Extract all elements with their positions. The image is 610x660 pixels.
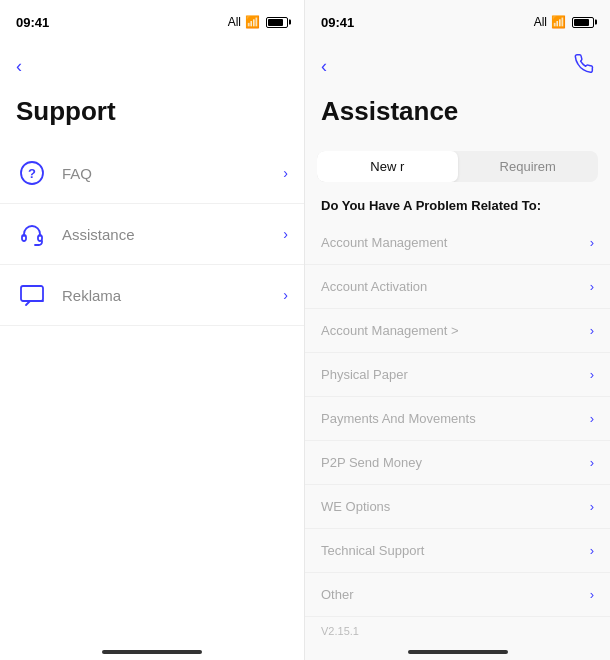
chevron-we-options: › [590,499,594,514]
wifi-icon: 📶 [245,15,260,29]
chevron-physical-paper: › [590,367,594,382]
list-item-payments-movements[interactable]: Payments And Movements › [305,397,610,441]
left-status-icons: All 📶 [228,15,288,29]
menu-label-reklama: Reklama [62,287,283,304]
left-page-title: Support [0,88,304,143]
right-nav-bar: ‹ [305,44,610,88]
list-label-account-management-2: Account Management > [321,323,590,338]
chevron-other: › [590,587,594,602]
right-status-icons: All 📶 [534,15,594,29]
tab-new[interactable]: New r [317,151,458,182]
list-item-account-management-2[interactable]: Account Management > › [305,309,610,353]
list-label-payments-movements: Payments And Movements [321,411,590,426]
right-status-bar: 09:41 All 📶 [305,0,610,44]
menu-label-faq: FAQ [62,165,283,182]
list-item-physical-paper[interactable]: Physical Paper › [305,353,610,397]
reklama-chevron: › [283,287,288,303]
battery-icon [266,17,288,28]
right-panel: 09:41 All 📶 ‹ Assistance New r Requirem … [305,0,610,660]
left-panel: 09:41 All 📶 ‹ Support ? FAQ › [0,0,305,660]
list-label-technical-support: Technical Support [321,543,590,558]
list-item-account-management[interactable]: Account Management › [305,221,610,265]
carrier-text: All [228,15,241,29]
svg-rect-2 [22,235,26,241]
left-status-bar: 09:41 All 📶 [0,0,304,44]
list-item-other[interactable]: Other › [305,573,610,617]
assistance-list: Account Management › Account Activation … [305,221,610,660]
left-nav-bar: ‹ [0,44,304,88]
menu-item-reklama[interactable]: Reklama › [0,265,304,326]
left-menu-list: ? FAQ › Assistance › [0,143,304,326]
right-back-button[interactable]: ‹ [321,56,327,77]
menu-item-assistance[interactable]: Assistance › [0,204,304,265]
list-label-we-options: WE Options [321,499,590,514]
menu-item-faq[interactable]: ? FAQ › [0,143,304,204]
svg-rect-4 [21,286,43,301]
faq-chevron: › [283,165,288,181]
right-wifi-icon: 📶 [551,15,566,29]
list-label-account-activation: Account Activation [321,279,590,294]
list-label-other: Other [321,587,590,602]
chevron-p2p-send-money: › [590,455,594,470]
menu-label-assistance: Assistance [62,226,283,243]
assistance-chevron: › [283,226,288,242]
version-text: V2.15.1 [305,617,610,645]
svg-rect-3 [38,235,42,241]
right-carrier-text: All [534,15,547,29]
chevron-account-activation: › [590,279,594,294]
list-item-account-activation[interactable]: Account Activation › [305,265,610,309]
list-label-p2p-send-money: P2P Send Money [321,455,590,470]
right-status-time: 09:41 [321,15,354,30]
list-item-technical-support[interactable]: Technical Support › [305,529,610,573]
tab-bar: New r Requirem [317,151,598,182]
list-label-physical-paper: Physical Paper [321,367,590,382]
right-home-indicator [408,650,508,654]
chevron-payments-movements: › [590,411,594,426]
right-battery-icon [572,17,594,28]
faq-icon: ? [16,157,48,189]
list-item-p2p-send-money[interactable]: P2P Send Money › [305,441,610,485]
left-home-indicator [102,650,202,654]
list-item-we-options[interactable]: WE Options › [305,485,610,529]
svg-text:?: ? [28,166,36,181]
chat-icon [16,279,48,311]
left-status-time: 09:41 [16,15,49,30]
tab-required[interactable]: Requirem [458,151,599,182]
list-label-account-management: Account Management [321,235,590,250]
left-back-button[interactable]: ‹ [16,56,22,77]
right-page-title: Assistance [305,88,610,143]
chevron-technical-support: › [590,543,594,558]
phone-icon[interactable] [574,54,594,79]
chevron-account-management-2: › [590,323,594,338]
chevron-account-management: › [590,235,594,250]
section-header: Do You Have A Problem Related To: [305,194,610,221]
headset-icon [16,218,48,250]
